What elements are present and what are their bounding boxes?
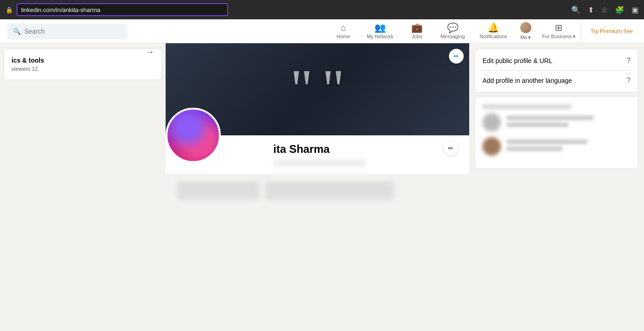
analytics-arrow[interactable]: → [146, 47, 154, 57]
nav-me[interactable]: Me ▾ [515, 19, 537, 43]
profile-url-card: Edit public profile & URL ? Add profile … [475, 49, 638, 93]
blurred-text-2b [506, 146, 563, 151]
edit-profile-url-row[interactable]: Edit public profile & URL ? [483, 57, 631, 65]
edit-profile-url-label: Edit public profile & URL [483, 57, 552, 64]
home-icon: ⌂ [340, 23, 346, 32]
search-input[interactable] [24, 28, 121, 35]
jobs-icon: 💼 [411, 23, 423, 32]
nav-items: ⌂ Home 👥 My Network 💼 Jobs 💬 Messaging 🔔… [327, 19, 637, 43]
profile-subtitle-blurred [273, 159, 365, 167]
main-layout: → ics & tools viewers 12 " " ✏ ✏ ita Sha… [0, 43, 644, 331]
edit-profile-url-help-icon[interactable]: ? [627, 57, 631, 65]
blurred-box-2 [265, 181, 394, 200]
network-icon: 👥 [374, 23, 386, 32]
blurred-line-1 [483, 104, 571, 110]
notifications-icon: 🔔 [488, 23, 499, 32]
analytics-card: → ics & tools viewers 12 [4, 49, 162, 80]
search-bar[interactable]: 🔍 [7, 23, 127, 39]
url-bar[interactable]: linkedin.com/in/ankita-sharma [17, 3, 228, 16]
sidebar-divider [483, 70, 631, 71]
nav-home[interactable]: ⌂ Home [327, 19, 359, 43]
bookmark-icon[interactable]: ☆ [601, 6, 608, 14]
blurred-text-1b [506, 122, 569, 127]
blurred-text-group-2 [506, 139, 631, 153]
notifications-label: Notifications [480, 34, 507, 39]
nav-premium[interactable]: Try Premium free [587, 28, 637, 35]
browser-actions: 🔍 ⬆ ☆ 🧩 ▣ [571, 6, 638, 14]
analytics-title: ics & tools [12, 57, 154, 64]
sidebar-icon[interactable]: ▣ [632, 6, 638, 14]
banner-decoration: " " [290, 62, 345, 117]
blurred-text-group-1 [506, 116, 631, 129]
search-icon: 🔍 [13, 28, 21, 35]
quote-mark-right: " [322, 62, 345, 117]
analytics-subtitle: viewers 12 [12, 66, 154, 72]
messaging-label: Messaging [440, 34, 465, 39]
blurred-person-2 [483, 137, 631, 156]
profile-avatar [166, 108, 221, 163]
blurred-person-1 [483, 113, 631, 132]
blurred-profile-section [166, 174, 469, 200]
nav-notifications[interactable]: 🔔 Notifications [472, 19, 515, 43]
me-chevron-icon: ▾ [528, 35, 531, 41]
blurred-box-1 [177, 181, 259, 200]
profile-avatar-container [166, 108, 221, 163]
left-panel: → ics & tools viewers 12 [0, 43, 166, 331]
banner-edit-button[interactable]: ✏ [449, 49, 464, 64]
right-sidebar: Edit public profile & URL ? Add profile … [469, 43, 644, 331]
for-business-label: For Business ▾ [542, 34, 575, 40]
nav-for-business[interactable]: ⊞ For Business ▾ [537, 19, 581, 43]
add-language-row[interactable]: Add profile in another language ? [483, 76, 631, 85]
nav-messaging[interactable]: 💬 Messaging [433, 19, 472, 43]
quote-mark-left: " [290, 62, 313, 117]
messaging-icon: 💬 [447, 23, 459, 32]
jobs-label: Jobs [412, 34, 422, 39]
blurred-avatar-1 [483, 113, 501, 132]
my-network-label: My Network [367, 34, 393, 39]
blurred-text-2a [506, 139, 587, 144]
business-chevron-icon: ▾ [573, 34, 575, 40]
browser-chrome: 🔒 linkedin.com/in/ankita-sharma 🔍 ⬆ ☆ 🧩 … [0, 0, 644, 19]
profile-area: " " ✏ ✏ ita Sharma [166, 43, 469, 331]
people-card-blurred [475, 96, 638, 169]
me-label: Me ▾ [520, 35, 531, 41]
linkedin-nav: 🔍 ⌂ Home 👥 My Network 💼 Jobs 💬 Messaging… [0, 19, 644, 43]
blurred-text-1a [506, 116, 593, 120]
nav-my-network[interactable]: 👥 My Network [359, 19, 401, 43]
lock-icon: 🔒 [6, 6, 13, 13]
nav-jobs[interactable]: 💼 Jobs [401, 19, 433, 43]
share-icon[interactable]: ⬆ [588, 6, 594, 14]
grid-icon: ⊞ [555, 23, 563, 32]
home-label: Home [337, 34, 350, 39]
zoom-icon[interactable]: 🔍 [571, 6, 581, 14]
blurred-avatar-2 [483, 137, 501, 156]
add-language-help-icon[interactable]: ? [627, 76, 631, 85]
edit-photo-button[interactable]: ✏ [443, 141, 458, 156]
add-language-label: Add profile in another language [483, 77, 572, 84]
url-text: linkedin.com/in/ankita-sharma [21, 6, 100, 13]
extensions-icon[interactable]: 🧩 [615, 6, 624, 14]
user-avatar [520, 22, 531, 33]
